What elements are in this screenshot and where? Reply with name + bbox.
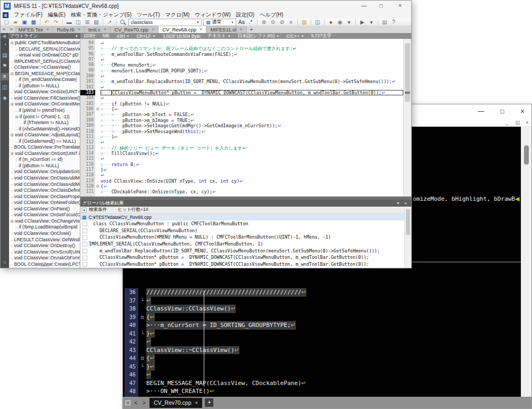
outline-item[interactable]: –void CClassView::OnUpdateSort( xyxy=(9,169,80,175)
tab-test.c[interactable]: test.c× xyxy=(85,26,111,33)
collapse-icon[interactable]: ⊟ xyxy=(11,71,14,77)
run-dropdown[interactable]: ▾ xyxy=(368,19,375,26)
menu-item[interactable]: ヘルプ(H) xyxy=(257,11,286,19)
code-line[interactable]: 103>···CClassViewMenuButton* pButton = D… xyxy=(80,90,403,95)
zoom-out-icon[interactable]: ⊖ xyxy=(269,19,277,26)
outline-item[interactable]: –if (AfxGetMainWnd()->IsKindO xyxy=(9,126,80,133)
code-line[interactable]: 118↵ xyxy=(80,173,403,178)
menu-item[interactable]: 編集(E) xyxy=(45,11,68,19)
code-line[interactable]: 42↵ xyxy=(124,338,521,346)
code-line[interactable]: 113>···// 静的ツリー ビュー データ（ダミー コード）を入力します↵ xyxy=(80,145,403,151)
search-result-row[interactable]: class CClassViewMenuButton : public CMFC… xyxy=(80,220,404,227)
code-line[interactable]: 40>···m_nCurrSort = ID_SORTING_GROUPBYTY… xyxy=(124,321,521,330)
menu-item[interactable]: ファイル(F) xyxy=(11,11,45,19)
minimize-icon[interactable]: — xyxy=(474,106,488,117)
tab-close-icon[interactable]: × xyxy=(46,26,49,33)
tab-close-icon[interactable]: × xyxy=(200,26,202,33)
help-icon[interactable]: ? xyxy=(390,19,397,26)
code-line[interactable]: 114>···FillClassView();↵ xyxy=(80,151,403,156)
outline-item[interactable]: –if (m_nCurrSort == id) xyxy=(9,157,80,163)
folder-view-icon[interactable]: ▤ xyxy=(1,52,9,59)
new-tab-button[interactable]: + xyxy=(247,26,256,33)
code-line[interactable]: 121>···CDockablePane::OnSize(nType, cx, … xyxy=(80,189,403,194)
chevron-down-icon[interactable]: ▼ xyxy=(75,35,78,38)
play-macro-icon[interactable]: ◉ xyxy=(336,19,344,26)
outline-item[interactable]: –void CClassView::OnVScroll(UINT xyxy=(9,249,80,256)
tab-scroll-left[interactable]: < xyxy=(1,26,7,33)
outline-item[interactable]: –DECLARE_SERIAL(CClassView xyxy=(9,46,80,53)
minimize-icon[interactable]: — xyxy=(356,1,372,11)
close-icon[interactable]: × xyxy=(392,1,408,11)
code-line[interactable]: 119void CClassView::OnSize(UINT nType, i… xyxy=(80,178,403,184)
code-line[interactable]: 104↵ xyxy=(80,95,403,101)
code-line[interactable]: 98>···CMenu menuSort;↵ xyxy=(80,62,403,68)
zoom-in-icon[interactable]: ⊕ xyxy=(260,19,268,26)
search-input[interactable]: classclass ▼ xyxy=(128,19,202,26)
search-mode-select[interactable]: ▦ 通常 ▼ xyxy=(203,19,236,26)
run-icon[interactable]: ▶ xyxy=(359,19,366,26)
menu-item[interactable]: ウィンドウ(W) xyxy=(192,11,233,19)
outline-item[interactable]: –void CClassView::OnClassAddMe xyxy=(9,182,80,188)
splitter-handle[interactable] xyxy=(40,265,49,266)
tab-close-icon[interactable]: × xyxy=(195,400,198,406)
maximize-icon[interactable]: □ xyxy=(495,106,509,117)
tab-close-icon[interactable]: × xyxy=(152,26,154,33)
code-line[interactable]: 107>···>···pButton->m_bText = FALSE;↵ xyxy=(80,112,403,117)
outline-item[interactable]: –virtual void OnDraw(CDC* pD xyxy=(9,52,80,59)
scrollbar-thumb[interactable] xyxy=(524,145,529,165)
tab-Ruby.rb[interactable]: Ruby.rb× xyxy=(53,26,85,33)
fold-icon[interactable]: ⊟ xyxy=(95,107,101,112)
maximize-icon[interactable]: □ xyxy=(373,1,389,11)
menu-item[interactable]: マクロ(M) xyxy=(163,11,193,19)
code-line[interactable]: 116>···return 0;↵ xyxy=(80,162,403,167)
panel-close-icon[interactable]: × xyxy=(402,201,409,206)
split-tabs-icon[interactable]: ▧ xyxy=(93,19,100,26)
outline-item[interactable]: ⊟void CClassView::OnContextMen xyxy=(9,101,80,108)
search-icon[interactable] xyxy=(119,19,127,26)
code-line[interactable]: 102↵ xyxy=(80,85,403,90)
code-line[interactable]: 46↵ xyxy=(124,371,521,379)
compare-view-icon[interactable]: ◫ xyxy=(1,84,9,91)
search-result-row[interactable]: CClassViewMenuButton* pButton = DYNAMIC_… xyxy=(80,261,404,268)
outline-item[interactable]: –BOOL CClassView::Create(LPCTS xyxy=(9,261,80,268)
panel-menu-icon[interactable]: ▼ xyxy=(394,201,402,205)
fold-icon[interactable]: └ xyxy=(138,297,146,305)
code-line[interactable]: 97↵ xyxy=(80,57,403,62)
code-line[interactable]: 120⊟{↵ xyxy=(80,184,403,189)
code-line[interactable]: 94↵ xyxy=(80,40,403,46)
status-segment[interactable]: C/C++▼ xyxy=(286,33,304,39)
code-line[interactable]: 38CClassView::CClassView()↵ xyxy=(124,305,521,313)
code-line[interactable]: 43CClassView::~CClassView()↵ xyxy=(124,346,521,355)
tab-scroll-left[interactable]: < xyxy=(133,399,138,406)
outline-item[interactable]: ⊟void CClassView::OnChangeVisua xyxy=(9,218,80,225)
status-segment[interactable]: 43H▼ xyxy=(117,33,130,39)
open-folder-icon[interactable]: ▰ xyxy=(12,19,19,26)
outline-item[interactable]: ⊟if (point != CPoint(-1, -1)) xyxy=(9,114,80,120)
code-line[interactable]: 44⊟{↵ xyxy=(124,354,521,363)
outline-item[interactable]: –void CClassView::OnClassDefiniti xyxy=(9,187,80,194)
editor-vertical-scrollbar[interactable] xyxy=(403,39,411,197)
code-line[interactable]: 48>···ON_WM_CREATE()↵ xyxy=(124,387,521,396)
status-segment[interactable]: 日本語(シフトJIS)▼ xyxy=(238,33,280,39)
code-line[interactable]: 39⊟{↵ xyxy=(124,313,521,322)
dark-vertical-scrollbar[interactable] xyxy=(521,127,531,397)
play-macro-dropdown[interactable]: ▾ xyxy=(345,19,353,26)
result-file-row[interactable]: ▦ C:¥TEST¥data¥CV_Rev68.cpp xyxy=(80,214,411,220)
outline-item[interactable]: ⊟BEGIN_MESSAGE_MAP(CClassVie xyxy=(9,71,80,77)
outline-view-icon[interactable]: ≡ xyxy=(1,73,9,80)
code-line[interactable]: 41└}↵ xyxy=(124,330,521,338)
expander-icon[interactable]: ▼ xyxy=(82,208,87,212)
gear-icon[interactable]: ☼ xyxy=(1,258,9,266)
tab-CV_Rev70.cpp[interactable]: CV_Rev70.cpp× xyxy=(111,26,159,33)
outline-item[interactable]: –void CClassView::OnAskCbForma xyxy=(9,255,80,261)
tab-close-icon[interactable]: × xyxy=(239,26,242,33)
code-line[interactable]: 45└}↵ xyxy=(124,363,521,371)
outline-item[interactable]: –void CClassView::OnDestroy() xyxy=(9,243,80,249)
outline-item[interactable]: –if (!bmp.LoadBitmap(uiBmpId xyxy=(9,224,80,231)
collapse-icon[interactable]: ⊟ xyxy=(11,132,14,138)
tab-MIFES11.ol[interactable]: MIFES11.ol× xyxy=(206,26,246,33)
tab-cv-rev70[interactable]: CV_Rev70.cpp× xyxy=(149,398,202,408)
outline-item[interactable]: –void CClassView::OnClassAddMe xyxy=(9,175,80,182)
code-line[interactable]: 112↵ xyxy=(80,140,403,145)
fold-icon[interactable]: ⊟ xyxy=(138,313,146,322)
